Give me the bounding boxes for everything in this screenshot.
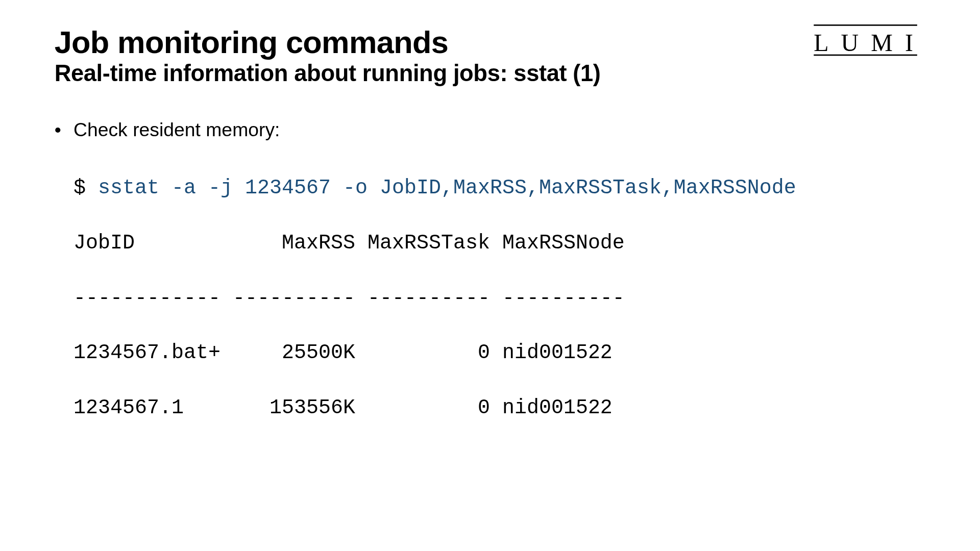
bullet-item: • Check resident memory: (55, 119, 925, 141)
title-block: Job monitoring commands Real-time inform… (55, 26, 814, 87)
bullet-text: Check resident memory: (74, 119, 280, 141)
command-line: $ sstat -a -j 1234567 -o JobID,MaxRSS,Ma… (74, 174, 925, 202)
output-row: 1234567.bat+ 25500K 0 nid001522 (74, 339, 925, 367)
slide: Job monitoring commands Real-time inform… (0, 0, 980, 477)
command-text: sstat -a -j 1234567 -o JobID,MaxRSS,MaxR… (98, 176, 796, 199)
bullet-icon: • (55, 119, 74, 141)
lumi-logo: LUMI (814, 26, 925, 57)
terminal-block: $ sstat -a -j 1234567 -o JobID,MaxRSS,Ma… (74, 146, 925, 477)
output-row: 1234567.1 153556K 0 nid001522 (74, 394, 925, 422)
header-row: Job monitoring commands Real-time inform… (55, 26, 925, 87)
prompt: $ (74, 176, 98, 199)
output-divider: ------------ ---------- ---------- -----… (74, 284, 925, 312)
output-header: JobID MaxRSS MaxRSSTask MaxRSSNode (74, 229, 925, 257)
page-title: Job monitoring commands (55, 26, 814, 59)
content: • Check resident memory: $ sstat -a -j 1… (55, 119, 925, 477)
page-subtitle: Real-time information about running jobs… (55, 60, 814, 87)
